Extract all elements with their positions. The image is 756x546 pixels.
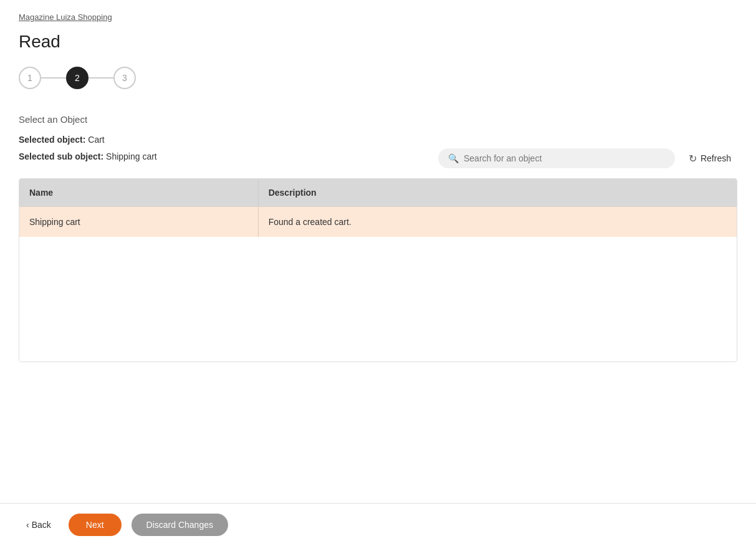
next-button[interactable]: Next <box>69 514 122 536</box>
selected-object-info: Selected object: Cart <box>19 135 737 145</box>
search-box: 🔍 <box>438 148 675 168</box>
refresh-button[interactable]: ↻ Refresh <box>682 149 737 168</box>
back-button[interactable]: ‹ Back <box>19 515 59 535</box>
row-description-cell: Found a created cart. <box>259 207 737 237</box>
footer: ‹ Back Next Discard Changes <box>0 503 756 546</box>
back-chevron-icon: ‹ <box>26 520 29 530</box>
step-line-1 <box>41 77 66 79</box>
select-object-label: Select an Object <box>19 114 737 125</box>
step-1[interactable]: 1 <box>19 67 41 89</box>
selected-sub-object-label: Selected sub object: <box>19 151 103 161</box>
selected-sub-object-info: Selected sub object: Shipping cart <box>19 151 157 161</box>
back-label: Back <box>32 520 51 530</box>
breadcrumb[interactable]: Magazine Luiza Shopping <box>19 12 737 22</box>
step-line-2 <box>89 77 113 79</box>
selected-object-label: Selected object: <box>19 135 85 145</box>
row-name-cell: Shipping cart <box>19 207 259 237</box>
page-title: Read <box>19 32 737 52</box>
selected-object-value-text: Cart <box>88 135 104 145</box>
stepper: 1 2 3 <box>19 67 737 89</box>
table-header: Name Description <box>19 179 737 206</box>
discard-changes-button[interactable]: Discard Changes <box>132 514 228 536</box>
object-table: Name Description Shipping cart Found a c… <box>19 178 737 362</box>
column-description-header: Description <box>259 179 737 206</box>
table-empty-area <box>19 237 737 362</box>
search-icon: 🔍 <box>448 153 459 163</box>
table-row[interactable]: Shipping cart Found a created cart. <box>19 206 737 237</box>
step-2[interactable]: 2 <box>66 67 89 89</box>
column-name-header: Name <box>19 179 259 206</box>
selected-sub-object-value-text: Shipping cart <box>106 151 157 161</box>
refresh-icon: ↻ <box>689 153 697 165</box>
refresh-label: Refresh <box>701 153 731 163</box>
search-input[interactable] <box>464 153 665 163</box>
step-3[interactable]: 3 <box>113 67 136 89</box>
